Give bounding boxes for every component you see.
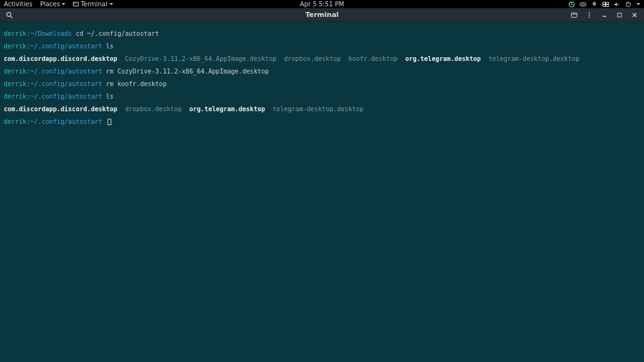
places-menu[interactable]: Places (40, 1, 66, 8)
dropbox-icon[interactable] (591, 1, 597, 8)
keyboard-icon[interactable] (580, 1, 586, 8)
terminal-line: derrik:~/.config/autostart rm CozyDrive-… (4, 69, 640, 75)
power-icon[interactable] (625, 1, 631, 8)
minimize-button[interactable] (600, 11, 609, 19)
search-button[interactable] (5, 11, 14, 19)
maximize-button[interactable] (615, 11, 624, 19)
chevron-down-icon (636, 3, 640, 5)
appmenu[interactable]: Terminal (73, 1, 113, 8)
svg-rect-11 (572, 13, 577, 17)
appmenu-label: Terminal (80, 1, 107, 8)
command-text: cd ~/.config/autostart (75, 30, 158, 37)
terminal-line: com.discordapp.discord.desktop CozyDrive… (4, 56, 640, 62)
topbar-right (569, 1, 640, 8)
svg-point-9 (7, 12, 11, 16)
prompt-user: derrik (4, 30, 26, 37)
command-text: ls (106, 43, 114, 50)
window-headerbar: Terminal (0, 8, 644, 22)
ls-entry: org.telegram.desktop (405, 55, 480, 62)
prompt-path: ~/Downloads (30, 30, 72, 37)
svg-point-14 (589, 14, 590, 16)
new-tab-button[interactable] (570, 11, 579, 19)
ls-entry: telegram-desktop.desktop (489, 55, 580, 62)
command-text: ls (106, 93, 114, 100)
svg-line-10 (11, 16, 13, 18)
svg-rect-3 (603, 2, 606, 4)
volume-icon[interactable] (614, 1, 620, 8)
terminal-line: derrik:~/.config/autostart rm koofr.desk… (4, 81, 640, 87)
ls-entry: koofr.desktop (348, 55, 397, 62)
prompt-user: derrik (4, 118, 26, 125)
activities-button[interactable]: Activities (4, 1, 33, 8)
terminal-line: com.discordapp.discord.desktop dropbox.d… (4, 106, 640, 112)
cursor (108, 119, 111, 125)
terminal-icon (73, 2, 79, 6)
command-text: rm koofr.desktop (106, 80, 167, 87)
command-text: rm CozyDrive-3.11.2-x86_64.AppImage.desk… (106, 68, 269, 75)
prompt-path: ~/.config/autostart (30, 93, 102, 100)
terminal-line: derrik:~/.config/autostart ls (4, 94, 640, 100)
places-label: Places (40, 1, 60, 8)
terminal-line: derrik:~/.config/autostart ls (4, 43, 640, 50)
ls-entry: com.discordapp.discord.desktop (4, 55, 118, 62)
ls-entry: dropbox.desktop (125, 106, 182, 112)
prompt-user: derrik (4, 80, 26, 87)
chevron-down-icon (109, 3, 113, 5)
ls-entry: CozyDrive-3.11.2-x86_64.AppImage.desktop (125, 55, 277, 62)
prompt-user: derrik (4, 93, 26, 100)
ls-entry: telegram-desktop.desktop (273, 106, 364, 112)
ls-entry: dropbox.desktop (284, 55, 341, 62)
prompt-path: ~/.config/autostart (30, 118, 102, 125)
svg-rect-6 (606, 4, 609, 6)
terminal-viewport[interactable]: derrik:~/Downloads cd ~/.config/autostar… (0, 22, 644, 134)
chevron-down-icon (62, 3, 65, 5)
svg-point-13 (589, 12, 590, 13)
terminal-line: derrik:~/Downloads cd ~/.config/autostar… (4, 31, 640, 37)
prompt-path: ~/.config/autostart (30, 68, 102, 75)
ls-entry: com.discordapp.discord.desktop (4, 106, 118, 112)
prompt-user: derrik (4, 68, 26, 75)
svg-rect-5 (603, 4, 606, 6)
menu-button[interactable] (585, 11, 594, 19)
topbar-left: Activities Places Terminal (4, 1, 113, 8)
prompt-user: derrik (4, 43, 26, 50)
update-icon[interactable] (569, 1, 575, 8)
workspace-icon[interactable] (602, 1, 609, 8)
svg-rect-17 (618, 13, 621, 17)
clock[interactable]: Apr 5 5:51 PM (300, 1, 344, 8)
ls-entry: org.telegram.desktop (189, 106, 265, 112)
close-button[interactable] (630, 11, 639, 19)
gnome-topbar: Activities Places Terminal Apr 5 5:51 PM (0, 0, 644, 8)
window-title: Terminal (305, 11, 338, 19)
prompt-path: ~/.config/autostart (30, 43, 102, 50)
terminal-line: derrik:~/.config/autostart (4, 119, 640, 125)
svg-rect-4 (606, 2, 609, 4)
svg-point-15 (589, 16, 590, 18)
prompt-path: ~/.config/autostart (30, 80, 102, 87)
